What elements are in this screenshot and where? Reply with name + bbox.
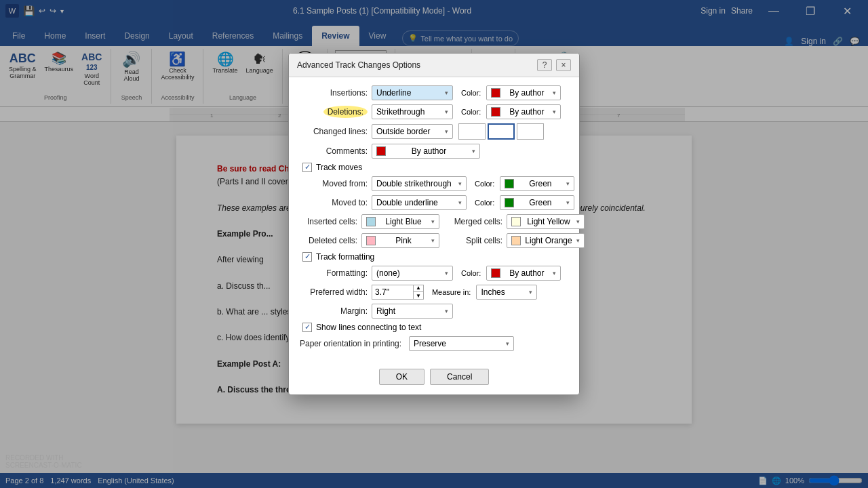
moved-to-row: Moved to: Double underline ▾ Color: Gree… — [300, 195, 568, 210]
dialog-controls: ? × — [537, 59, 571, 71]
ok-button[interactable]: OK — [379, 369, 425, 385]
deletions-chevron: ▾ — [445, 108, 448, 115]
dialog-help-btn[interactable]: ? — [537, 59, 552, 71]
deletions-control: Strikethrough ▾ Color: By author ▾ — [372, 104, 568, 119]
moved-to-format-value: Double underline — [376, 198, 438, 207]
measure-in-dropdown[interactable]: Inches ▾ — [476, 285, 537, 300]
formatting-color-value: By author — [509, 268, 544, 278]
deletions-color-dropdown[interactable]: By author ▾ — [486, 104, 561, 119]
formatting-color-dropdown[interactable]: By author ▾ — [486, 266, 561, 281]
dialog-title-bar: Advanced Track Changes Options ? × — [289, 54, 579, 77]
moved-from-control: Double strikethrough ▾ Color: Green ▾ — [372, 176, 574, 191]
show-lines-label: Show lines connecting to text — [316, 323, 421, 332]
formatting-color-chevron: ▾ — [553, 270, 556, 277]
dialog-title: Advanced Track Changes Options — [297, 60, 420, 70]
moved-from-row: Moved from: Double strikethrough ▾ Color… — [300, 176, 568, 191]
changed-lines-format-dropdown[interactable]: Outside border ▾ — [372, 124, 453, 139]
width-up-btn[interactable]: ▲ — [414, 285, 423, 292]
insertions-color-label: Color: — [461, 89, 481, 97]
preferred-width-input[interactable] — [372, 286, 413, 298]
merged-cells-dropdown[interactable]: Light Yellow ▾ — [507, 214, 585, 229]
preferred-width-row: Preferred width: ▲ ▼ Measure in: Inches … — [300, 285, 568, 300]
insertions-color-chevron: ▾ — [553, 89, 556, 96]
preferred-width-control: ▲ ▼ Measure in: Inches ▾ — [372, 285, 568, 300]
split-cells-chevron: ▾ — [576, 237, 580, 244]
margin-row: Margin: Right ▾ — [300, 304, 568, 319]
changed-lines-control: Outside border ▾ — [372, 123, 568, 140]
deleted-cells-dropdown[interactable]: Pink ▾ — [361, 233, 439, 248]
paper-orientation-value: Preserve — [414, 339, 446, 348]
cancel-button[interactable]: Cancel — [430, 369, 489, 385]
moved-from-color-dropdown[interactable]: Green ▾ — [500, 176, 574, 191]
paper-orientation-label: Paper orientation in printing: — [300, 339, 405, 348]
preferred-width-spinner[interactable]: ▲ ▼ — [372, 285, 424, 300]
insertions-format-value: Underline — [376, 88, 411, 98]
split-cells-label: Split cells: — [445, 236, 502, 245]
comments-row: Comments: By author ▾ — [300, 144, 568, 159]
formatting-row: Formatting: (none) ▾ Color: By author ▾ — [300, 266, 568, 281]
split-cells-row: Split cells: Light Orange ▾ — [445, 233, 585, 248]
moved-to-control: Double underline ▾ Color: Green ▾ — [372, 195, 574, 210]
cells-row-1: Inserted cells: Light Blue ▾ Merged cell… — [300, 214, 568, 233]
show-lines-checkbox[interactable] — [302, 323, 312, 332]
modal-overlay: Advanced Track Changes Options ? × Inser… — [0, 0, 868, 488]
cells-row-2: Deleted cells: Pink ▾ Split cells: Light… — [300, 233, 568, 252]
split-cells-dropdown[interactable]: Light Orange ▾ — [507, 233, 585, 248]
moved-to-format-dropdown[interactable]: Double underline ▾ — [372, 195, 467, 210]
moved-to-color-dropdown[interactable]: Green ▾ — [500, 195, 574, 210]
deletions-color-chevron: ▾ — [553, 108, 556, 115]
comments-format-value: By author — [412, 146, 446, 156]
margin-control: Right ▾ — [372, 304, 568, 319]
deletions-format-dropdown[interactable]: Strikethrough ▾ — [372, 104, 453, 119]
deletions-format-value: Strikethrough — [376, 107, 425, 117]
measure-in-chevron: ▾ — [529, 289, 532, 296]
formatting-format-value: (none) — [376, 268, 400, 278]
deletions-color-label: Color: — [461, 108, 481, 116]
deletions-label: Deletions: — [300, 106, 368, 118]
merged-cells-swatch — [511, 217, 521, 226]
moved-from-format-dropdown[interactable]: Double strikethrough ▾ — [372, 176, 467, 191]
preview-cell-2[interactable] — [488, 123, 515, 140]
dialog-footer: OK Cancel — [289, 363, 579, 394]
moved-from-color-value: Green — [529, 179, 551, 188]
width-spinners: ▲ ▼ — [413, 285, 423, 300]
preview-cell-1[interactable] — [458, 123, 486, 140]
insertions-format-dropdown[interactable]: Underline ▾ — [372, 85, 453, 100]
comments-format-dropdown[interactable]: By author ▾ — [372, 144, 480, 159]
track-formatting-label: Track formatting — [316, 252, 374, 262]
changed-lines-preview — [458, 123, 544, 140]
insertions-color-dropdown[interactable]: By author ▾ — [486, 85, 561, 100]
formatting-format-dropdown[interactable]: (none) ▾ — [372, 266, 453, 281]
margin-value: Right — [376, 306, 395, 316]
deleted-cells-value: Pink — [395, 236, 411, 245]
moved-to-chevron: ▾ — [458, 199, 462, 206]
inserted-cells-label: Inserted cells: — [300, 217, 357, 226]
merged-cells-row: Merged cells: Light Yellow ▾ — [445, 214, 585, 229]
track-moves-checkbox[interactable] — [302, 163, 312, 172]
deletions-color-swatch — [491, 107, 500, 117]
inserted-cells-dropdown[interactable]: Light Blue ▾ — [361, 214, 439, 229]
inserted-cells-chevron: ▾ — [431, 218, 435, 225]
moved-from-format-value: Double strikethrough — [376, 179, 452, 188]
preview-cell-3[interactable] — [517, 123, 544, 140]
insertions-color-swatch — [491, 88, 500, 98]
paper-orientation-row: Paper orientation in printing: Preserve … — [300, 336, 568, 351]
merged-cells-chevron: ▾ — [576, 218, 580, 225]
split-cells-swatch — [511, 236, 521, 245]
deleted-cells-swatch — [366, 236, 376, 245]
formatting-label: Formatting: — [300, 268, 368, 278]
track-formatting-checkbox[interactable] — [302, 252, 312, 262]
changed-lines-row: Changed lines: Outside border ▾ — [300, 123, 568, 140]
changed-lines-format-value: Outside border — [376, 127, 430, 136]
margin-dropdown[interactable]: Right ▾ — [372, 304, 453, 319]
width-down-btn[interactable]: ▼ — [414, 291, 423, 300]
dialog-close-btn[interactable]: × — [556, 59, 571, 71]
moved-to-color-label: Color: — [475, 199, 494, 207]
moved-to-color-chevron: ▾ — [566, 199, 570, 206]
track-formatting-row: Track formatting — [302, 252, 568, 262]
formatting-color-label: Color: — [461, 269, 481, 277]
insertions-chevron: ▾ — [445, 89, 448, 96]
split-cells-value: Light Orange — [525, 236, 572, 245]
track-moves-label: Track moves — [316, 163, 362, 172]
paper-orientation-dropdown[interactable]: Preserve ▾ — [409, 336, 514, 351]
